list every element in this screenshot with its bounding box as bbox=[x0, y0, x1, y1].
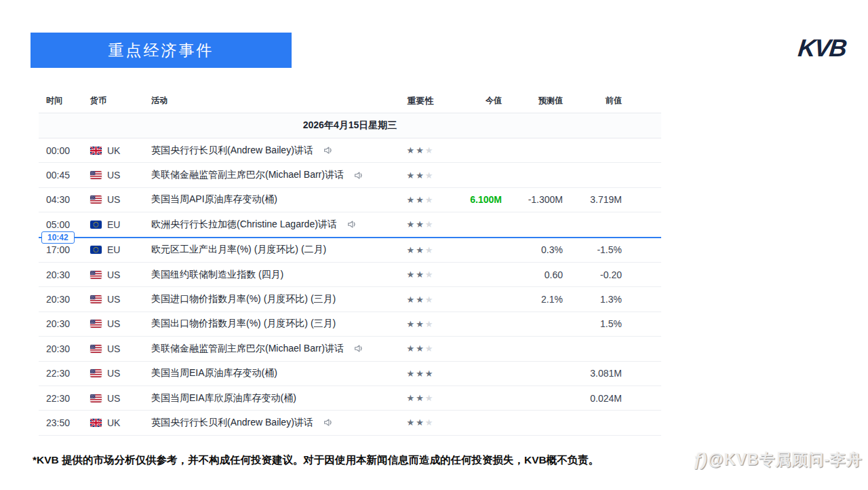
star-filled-icon: ★ bbox=[416, 195, 425, 205]
currency-code: EU bbox=[107, 244, 120, 255]
star-filled-icon: ★ bbox=[407, 295, 416, 305]
star-empty-icon: ★ bbox=[425, 170, 435, 181]
event-time: 23:50 bbox=[39, 417, 85, 428]
star-empty-icon: ★ bbox=[425, 319, 435, 329]
importance-stars: ★★★ bbox=[390, 369, 451, 379]
event-time: 20:30 bbox=[39, 269, 85, 280]
header-importance: 重要性 bbox=[390, 95, 451, 107]
star-filled-icon: ★ bbox=[407, 343, 416, 354]
event-currency: US bbox=[85, 343, 151, 354]
importance-stars: ★★★ bbox=[390, 269, 451, 280]
header-activity: 活动 bbox=[151, 95, 390, 107]
currency-flag-icon bbox=[90, 419, 102, 427]
event-activity: 美联储金融监管副主席巴尔(Michael Barr)讲话 bbox=[151, 169, 390, 181]
currency-flag-icon bbox=[90, 246, 102, 254]
star-filled-icon: ★ bbox=[407, 319, 416, 329]
previous-value: 1.5% bbox=[563, 318, 622, 329]
table-row: 20:30 US 美国进口物价指数月率(%) (月度环比) (三月) ★★★ 2… bbox=[39, 287, 661, 312]
star-empty-icon: ★ bbox=[425, 219, 435, 229]
currency-code: EU bbox=[107, 219, 120, 230]
event-time: 20:30 bbox=[39, 318, 85, 329]
table-row: 04:30 US 美国当周API原油库存变动(桶) ★★★ 6.100M -1.… bbox=[39, 188, 661, 212]
activity-label: 欧元区工业产出月率(%) (月度环比) (二月) bbox=[151, 244, 326, 256]
event-currency: US bbox=[85, 318, 151, 329]
forecast-value: 2.1% bbox=[502, 294, 563, 305]
event-currency: UK bbox=[85, 417, 151, 428]
speaker-icon[interactable] bbox=[353, 343, 364, 354]
importance-stars: ★★★ bbox=[390, 393, 451, 403]
page: 重点经济事件 KVB 时间 货币 活动 重要性 今值 预测值 前值 2026年4… bbox=[0, 0, 868, 490]
speaker-icon[interactable] bbox=[347, 219, 357, 229]
importance-stars: ★★★ bbox=[390, 145, 451, 155]
event-currency: US bbox=[85, 393, 151, 404]
event-time: 05:00 bbox=[39, 219, 85, 230]
currency-code: US bbox=[107, 343, 120, 354]
currency-flag-icon bbox=[90, 394, 102, 402]
importance-stars: ★★★ bbox=[390, 343, 451, 354]
currency-code: US bbox=[107, 269, 120, 280]
currency-code: UK bbox=[107, 145, 120, 156]
event-activity: 美联储金融监管副主席巴尔(Michael Barr)讲话 bbox=[151, 343, 390, 355]
star-filled-icon: ★ bbox=[416, 219, 425, 229]
star-empty-icon: ★ bbox=[425, 393, 435, 403]
actual-value: 6.100M bbox=[451, 194, 502, 205]
table-row: 22:30 US 美国当周EIA库欣原油库存变动(桶) ★★★ 0.024M bbox=[39, 386, 661, 411]
importance-stars: ★★★ bbox=[390, 195, 451, 205]
event-activity: 美国当周EIA库欣原油库存变动(桶) bbox=[151, 392, 390, 404]
table-row: 20:30 US 美国出口物价指数月率(%) (月度环比) (三月) ★★★ 1… bbox=[39, 312, 661, 337]
star-filled-icon: ★ bbox=[407, 170, 416, 181]
event-activity: 美国出口物价指数月率(%) (月度环比) (三月) bbox=[151, 318, 390, 330]
currency-code: US bbox=[107, 170, 120, 181]
watermark-text: @KVB专属顾问-李舟 bbox=[708, 449, 863, 470]
star-filled-icon: ★ bbox=[416, 319, 425, 329]
header-previous: 前值 bbox=[563, 95, 622, 107]
star-filled-icon: ★ bbox=[416, 269, 425, 280]
speaker-icon[interactable] bbox=[353, 170, 364, 181]
currency-code: US bbox=[107, 194, 120, 205]
forecast-value: -1.300M bbox=[502, 194, 563, 205]
activity-label: 美联储金融监管副主席巴尔(Michael Barr)讲话 bbox=[151, 169, 344, 181]
date-header-row: 2026年4月15日星期三 bbox=[39, 113, 661, 138]
activity-label: 美国当周EIA原油库存变动(桶) bbox=[151, 367, 277, 379]
star-filled-icon: ★ bbox=[416, 145, 425, 155]
star-empty-icon: ★ bbox=[425, 295, 435, 305]
activity-label: 美联储金融监管副主席巴尔(Michael Barr)讲话 bbox=[151, 343, 344, 355]
disclaimer-text: *KVB 提供的市场分析仅供参考，并不构成任何投资建议。对于因使用本新闻信息而造… bbox=[33, 453, 599, 468]
event-currency: US bbox=[85, 194, 151, 205]
importance-stars: ★★★ bbox=[390, 417, 451, 428]
event-activity: 美国纽约联储制造业指数 (四月) bbox=[151, 269, 390, 281]
event-activity: 欧元区工业产出月率(%) (月度环比) (二月) bbox=[151, 244, 390, 256]
importance-stars: ★★★ bbox=[390, 245, 451, 255]
event-currency: US bbox=[85, 269, 151, 280]
star-empty-icon: ★ bbox=[425, 245, 435, 255]
star-empty-icon: ★ bbox=[425, 343, 435, 354]
header-actual: 今值 bbox=[451, 95, 502, 107]
star-filled-icon: ★ bbox=[407, 417, 416, 428]
speaker-icon[interactable] bbox=[323, 145, 334, 155]
currency-flag-icon bbox=[90, 369, 102, 377]
star-filled-icon: ★ bbox=[416, 393, 425, 403]
currency-code: US bbox=[107, 368, 120, 379]
speaker-icon[interactable] bbox=[323, 417, 334, 428]
activity-label: 美国当周API原油库存变动(桶) bbox=[151, 193, 277, 206]
star-empty-icon: ★ bbox=[425, 417, 435, 428]
importance-stars: ★★★ bbox=[390, 170, 451, 181]
star-filled-icon: ★ bbox=[407, 393, 416, 403]
table-row: 20:30 US 美联储金融监管副主席巴尔(Michael Barr)讲话 ★★… bbox=[39, 337, 661, 361]
previous-value: 3.719M bbox=[563, 194, 622, 205]
event-time: 00:45 bbox=[39, 170, 85, 181]
watermark: ƒ) @KVB专属顾问-李舟 bbox=[692, 449, 863, 470]
star-filled-icon: ★ bbox=[416, 170, 425, 181]
event-time: 04:30 bbox=[39, 194, 85, 205]
previous-value: 0.024M bbox=[563, 393, 622, 404]
table-header-row: 时间 货币 活动 重要性 今值 预测值 前值 bbox=[39, 89, 661, 113]
watermark-icon: ƒ) bbox=[692, 449, 705, 470]
event-time: 22:30 bbox=[39, 368, 85, 379]
table-row: 00:45 US 美联储金融监管副主席巴尔(Michael Barr)讲话 ★★… bbox=[39, 163, 661, 187]
star-empty-icon: ★ bbox=[425, 195, 435, 205]
activity-label: 欧洲央行行长拉加德(Christine Lagarde)讲话 bbox=[151, 219, 337, 231]
currency-flag-icon bbox=[90, 221, 102, 229]
star-empty-icon: ★ bbox=[425, 145, 435, 155]
activity-label: 美国进口物价指数月率(%) (月度环比) (三月) bbox=[151, 293, 336, 305]
star-empty-icon: ★ bbox=[425, 269, 435, 280]
